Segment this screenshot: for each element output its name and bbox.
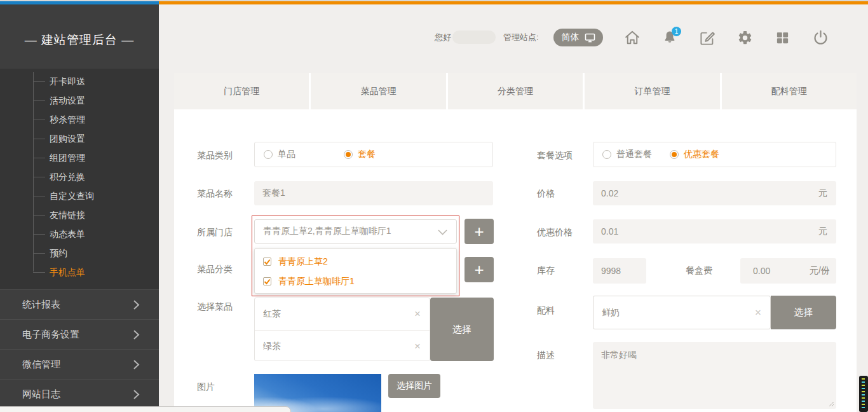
- notifications-button[interactable]: 1: [659, 27, 681, 48]
- sidebar-section-label: 微信管理: [22, 359, 60, 369]
- tab-dish-management[interactable]: 菜品管理: [311, 73, 445, 109]
- dish-type-label: 菜品类别: [197, 149, 233, 161]
- scrollbar-marker-stripes: [862, 378, 865, 409]
- home-icon: [623, 29, 641, 46]
- store-option-1[interactable]: 青青原上草2: [255, 252, 456, 271]
- language-label: 简体: [562, 32, 580, 43]
- sidebar-section-site-logs[interactable]: 网站日志: [0, 379, 159, 409]
- box-fee-input[interactable]: 0.00 元/份: [740, 258, 836, 284]
- manage-site-label: 管理站点:: [503, 31, 539, 44]
- sidebar-item-open-card-gift[interactable]: 开卡即送: [0, 72, 159, 91]
- dish-item-name: 绿茶: [255, 331, 430, 362]
- select-dishes-button[interactable]: 选择: [430, 298, 494, 361]
- tab-order-management[interactable]: 订单管理: [585, 73, 719, 109]
- sidebar-section-wechat-management[interactable]: 微信管理: [0, 349, 159, 379]
- description-value: 非常好喝: [601, 350, 637, 360]
- stock-input[interactable]: 9998: [593, 258, 646, 284]
- select-ingredient-button[interactable]: 选择: [771, 296, 836, 329]
- radio-single-item[interactable]: [264, 150, 273, 159]
- sidebar-item-friend-links[interactable]: 友情链接: [0, 205, 159, 224]
- store-select[interactable]: 青青原上草2,青青原上草咖啡厅1: [254, 219, 457, 244]
- store-option-label[interactable]: 青青原上草咖啡厅1: [278, 276, 355, 287]
- sidebar-item-custom-query[interactable]: 自定义查询: [0, 186, 159, 205]
- sidebar-section-label: 网站日志: [22, 388, 60, 399]
- browser-status-bubble: [0, 406, 291, 412]
- sidebar-section-ecommerce-settings[interactable]: 电子商务设置: [0, 319, 159, 349]
- price-value: 0.02: [593, 181, 836, 205]
- tab-bar: 门店管理 菜品管理 分类管理 订单管理 配料管理: [174, 73, 857, 109]
- dish-name-value: 套餐1: [254, 181, 493, 205]
- store-dropdown-panel: 青青原上草2 青青原上草咖啡厅1: [254, 248, 457, 294]
- home-button[interactable]: [621, 27, 643, 48]
- apps-grid-icon: [775, 31, 790, 45]
- tab-store-management[interactable]: 门店管理: [174, 73, 309, 109]
- dish-category-label: 菜品分类: [197, 263, 233, 275]
- box-fee-unit: 元/份: [810, 258, 830, 284]
- tab-category-management[interactable]: 分类管理: [448, 73, 583, 109]
- store-option-label[interactable]: 青青原上草2: [278, 256, 328, 268]
- sidebar-section-statistics[interactable]: 统计报表: [0, 289, 159, 319]
- sidebar-item-flash-sale[interactable]: 秒杀管理: [0, 110, 159, 129]
- sidebar-item-activity-settings[interactable]: 活动设置: [0, 91, 159, 110]
- store-select-value: 青青原上草2,青青原上草咖啡厅1: [255, 220, 456, 243]
- greeting-text: 您好: [435, 31, 451, 44]
- ingredient-label: 配料: [537, 304, 555, 317]
- price-unit: 元: [818, 181, 827, 205]
- radio-combo[interactable]: [344, 150, 353, 159]
- ingredient-input[interactable]: 鲜奶 ×: [593, 296, 771, 329]
- choose-image-button[interactable]: 选择图片: [388, 374, 440, 398]
- radio-discount-combo[interactable]: [670, 150, 679, 159]
- settings-button[interactable]: [734, 27, 756, 48]
- sidebar-item-mobile-ordering[interactable]: 手机点单: [0, 263, 159, 282]
- username-redacted: [452, 31, 496, 44]
- logout-button[interactable]: [810, 27, 831, 48]
- description-label: 描述: [537, 348, 555, 361]
- radio-discount-combo-label[interactable]: 优惠套餐: [684, 149, 719, 160]
- radio-single-item-label[interactable]: 单品: [278, 149, 295, 160]
- dish-name-input[interactable]: 套餐1: [254, 181, 493, 205]
- price-input[interactable]: 0.02 元: [593, 181, 836, 205]
- chevron-down-icon: [438, 230, 447, 235]
- app-window: — 建站管理后台 — 开卡即送 活动设置 秒杀管理 团购设置 组团管理 积分兑换…: [0, 0, 868, 412]
- add-store-button[interactable]: +: [465, 219, 494, 244]
- checkbox-checked-icon[interactable]: [263, 277, 271, 285]
- discount-price-label: 优惠价格: [537, 226, 573, 238]
- remove-dish-icon[interactable]: ×: [414, 331, 421, 362]
- sidebar-item-reservation[interactable]: 预约: [0, 244, 159, 263]
- checkbox-checked-icon[interactable]: [263, 258, 271, 266]
- store-option-2[interactable]: 青青原上草咖啡厅1: [255, 271, 456, 291]
- sidebar-item-points-exchange[interactable]: 积分兑换: [0, 167, 159, 186]
- resize-grip-icon[interactable]: [828, 401, 834, 407]
- radio-normal-combo[interactable]: [602, 150, 611, 159]
- add-dish-category-button[interactable]: +: [465, 257, 494, 282]
- radio-normal-combo-label[interactable]: 普通套餐: [616, 149, 652, 160]
- ingredient-value: 鲜奶: [593, 296, 770, 329]
- chevron-right-icon: [133, 329, 140, 340]
- box-fee-label: 餐盒费: [686, 264, 712, 277]
- chevron-right-icon: [133, 389, 140, 400]
- remove-ingredient-icon[interactable]: ×: [755, 296, 761, 329]
- edit-icon: [699, 29, 716, 46]
- select-dishes-label: 选择菜品: [197, 300, 233, 313]
- radio-combo-label[interactable]: 套餐: [358, 149, 376, 160]
- power-icon: [812, 29, 829, 46]
- discount-price-input[interactable]: 0.01 元: [593, 219, 836, 244]
- sidebar-item-group-buy-settings[interactable]: 团购设置: [0, 129, 159, 148]
- scrollbar-marker-widget[interactable]: [859, 376, 868, 412]
- tab-ingredient-management[interactable]: 配料管理: [722, 73, 857, 109]
- description-textarea[interactable]: 非常好喝: [593, 342, 836, 409]
- plus-icon: +: [474, 223, 484, 240]
- store-label: 所属门店: [197, 226, 233, 238]
- notification-badge: 1: [672, 27, 681, 36]
- selected-dishes-list: 红茶 × 绿茶 ×: [254, 298, 430, 361]
- sidebar-item-group-management[interactable]: 组团管理: [0, 148, 159, 167]
- chevron-right-icon: [133, 359, 140, 370]
- chevron-right-icon: [133, 299, 140, 310]
- apps-menu-button[interactable]: [771, 27, 793, 48]
- language-switch-button[interactable]: 简体: [553, 29, 603, 46]
- remove-dish-icon[interactable]: ×: [414, 298, 421, 330]
- sidebar-item-dynamic-forms[interactable]: 动态表单: [0, 224, 159, 244]
- combo-option-radio-group: 普通套餐 优惠套餐: [593, 142, 836, 167]
- dish-item-row: 红茶 ×: [255, 298, 430, 330]
- edit-button[interactable]: [696, 27, 718, 48]
